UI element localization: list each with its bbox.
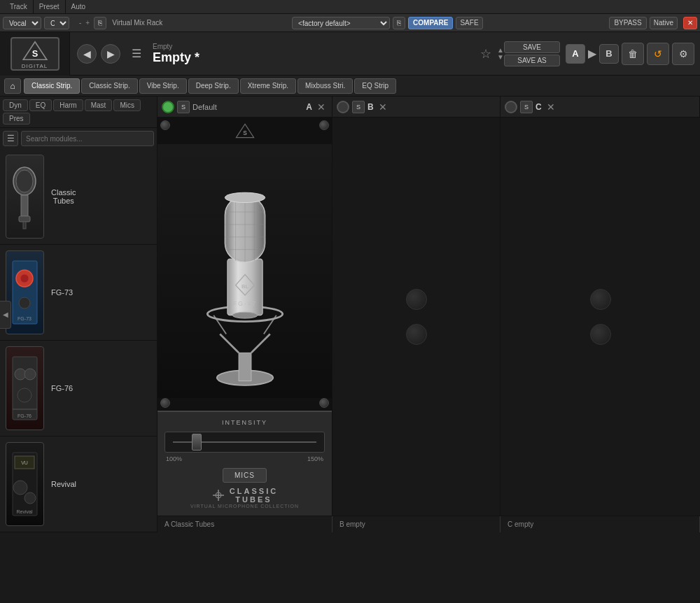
list-item[interactable]: ClassicTubes — [0, 149, 157, 245]
solo-button-a[interactable]: S — [177, 101, 190, 113]
ab-arrow-button[interactable]: ▶ — [588, 47, 596, 60]
solo-button-c[interactable]: S — [520, 101, 533, 113]
native-button[interactable]: Native — [650, 17, 678, 29]
tab-xtreme-strip[interactable]: Xtreme Strip. — [240, 78, 296, 94]
cat-harm[interactable]: Harm — [53, 99, 83, 111]
second-bar: Vocal C - + ⎘ Virtual Mix Rack <factory … — [0, 14, 700, 32]
preset-up-button[interactable]: ▲ — [497, 47, 504, 54]
cat-mics[interactable]: Mics — [113, 99, 141, 111]
intensity-min: 100% — [166, 455, 182, 462]
preset-label: Preset — [39, 3, 59, 10]
module-thumbnail: FG-76 — [6, 346, 44, 430]
add-button-c[interactable]: ✕ — [545, 101, 557, 113]
sidebar-menu-button[interactable]: ☰ — [3, 131, 18, 146]
module-thumbnail: VU Revival — [6, 442, 44, 526]
mics-button[interactable]: MICS — [223, 468, 267, 483]
track-select[interactable]: Vocal — [3, 17, 41, 29]
hamburger-menu-button[interactable]: ☰ — [127, 47, 146, 60]
fg76-icon: FG-76 — [9, 353, 41, 423]
panel-toggle-arrow[interactable]: ◀ — [0, 301, 11, 329]
cat-eq[interactable]: EQ — [29, 99, 52, 111]
tab-mixbuss-strip[interactable]: Mixbuss Stri. — [298, 78, 353, 94]
mic-display: BL FG-47 — [158, 144, 332, 398]
favorite-button[interactable]: ☆ — [475, 46, 497, 62]
rack-copy-button[interactable]: ⎘ — [94, 17, 106, 29]
safe-button[interactable]: SAFE — [456, 17, 482, 29]
list-item[interactable]: VU Revival Revival — [0, 437, 157, 532]
strip-letter-c: C — [536, 102, 542, 112]
module-label: ClassicTubes — [51, 188, 76, 205]
intensity-labels: 100% 150% — [164, 455, 325, 462]
tab-classic-strip-1[interactable]: Classic Strip. — [24, 78, 80, 94]
slate-logo: S DIGITAL — [10, 37, 59, 71]
branding-icon — [211, 488, 225, 502]
corner-screw-br — [319, 398, 329, 408]
track-section: Track — [4, 0, 34, 13]
svg-rect-6 — [23, 222, 26, 229]
delete-button[interactable]: 🗑 — [622, 43, 644, 65]
list-item[interactable]: FG-76 FG-76 — [0, 341, 157, 437]
fg73-icon: FG-73 — [9, 257, 41, 327]
rack-label: Virtual Mix Rack — [109, 19, 165, 27]
svg-text:S: S — [243, 129, 247, 136]
intensity-label: INTENSITY — [164, 419, 325, 426]
intensity-slider[interactable] — [164, 432, 325, 453]
strip-header-c: S C ✕ — [500, 97, 700, 117]
preset-icon-button[interactable]: ⎘ — [393, 17, 405, 29]
power-button-b[interactable] — [337, 101, 349, 113]
undo-button[interactable]: ↺ — [647, 43, 669, 65]
solo-button-b[interactable]: S — [352, 101, 365, 113]
preset-nav-buttons: ▲ ▼ — [497, 47, 504, 61]
search-input[interactable] — [21, 131, 154, 146]
strips-area: S — [158, 118, 700, 516]
compare-button[interactable]: COMPARE — [408, 17, 453, 29]
svg-text:FG-76: FG-76 — [18, 413, 31, 418]
tab-deep-strip[interactable]: Deep Strip. — [188, 78, 239, 94]
channel-select[interactable]: C — [44, 17, 69, 29]
svg-text:Revival: Revival — [17, 509, 33, 514]
tab-classic-strip-2[interactable]: Classic Strip. — [81, 78, 137, 94]
home-button[interactable]: ⌂ — [4, 78, 21, 94]
intensity-thumb[interactable] — [192, 434, 202, 451]
left-sidebar: Dyn EQ Harm Mast Mics Pres ☰ — [0, 97, 158, 532]
forward-button[interactable]: ▶ — [101, 44, 120, 64]
close-button[interactable]: ✕ — [683, 17, 697, 29]
logo-text: DIGITAL — [22, 63, 48, 69]
svg-text:FG-73: FG-73 — [18, 316, 31, 321]
power-button-c[interactable] — [505, 101, 517, 113]
svg-text:FG-47: FG-47 — [232, 300, 256, 307]
preset-down-button[interactable]: ▼ — [497, 54, 504, 61]
add-button-a[interactable]: ✕ — [315, 101, 328, 113]
empty-strip-c — [500, 118, 700, 516]
cat-mast[interactable]: Mast — [85, 99, 113, 111]
corner-screw-tl — [160, 120, 170, 130]
ab-a-button[interactable]: A — [566, 44, 585, 64]
preset-select[interactable]: <factory default> — [292, 17, 390, 29]
strip-letter-b: B — [368, 102, 374, 112]
category-buttons: Dyn EQ Harm Mast Mics Pres — [0, 97, 157, 128]
list-item[interactable]: FG-73 FG-73 — [0, 245, 157, 341]
empty-dot-b-bottom — [406, 324, 427, 345]
cat-pres[interactable]: Pres — [3, 113, 30, 125]
bottom-label-c: C empty — [500, 516, 700, 532]
svg-point-3 — [16, 170, 33, 192]
back-button[interactable]: ◀ — [77, 44, 97, 64]
power-button-a[interactable] — [162, 101, 174, 113]
intensity-max: 150% — [307, 455, 323, 462]
intensity-panel: INTENSITY 100% 150% MICS — [158, 411, 332, 516]
svg-rect-5 — [19, 216, 30, 222]
settings-button[interactable]: ⚙ — [672, 43, 694, 65]
fg47-microphone: BL FG-47 — [175, 152, 315, 390]
auto-section: Auto — [66, 0, 92, 13]
ab-b-button[interactable]: B — [599, 44, 619, 64]
tab-vibe-strip[interactable]: Vibe Strip. — [139, 78, 187, 94]
save-button[interactable]: SAVE — [504, 41, 560, 53]
svg-point-10 — [19, 297, 30, 308]
bypass-button[interactable]: BYPASS — [609, 17, 646, 29]
add-button-b[interactable]: ✕ — [377, 101, 389, 113]
cat-dyn[interactable]: Dyn — [3, 99, 28, 111]
save-as-button[interactable]: SAVE AS — [504, 55, 560, 66]
tab-eq-strip[interactable]: EQ Strip — [354, 78, 396, 94]
main-area: ◀ Dyn EQ Harm Mast Mics Pres ☰ — [0, 97, 700, 532]
branding-title: CLASSICTUBES — [230, 487, 278, 504]
